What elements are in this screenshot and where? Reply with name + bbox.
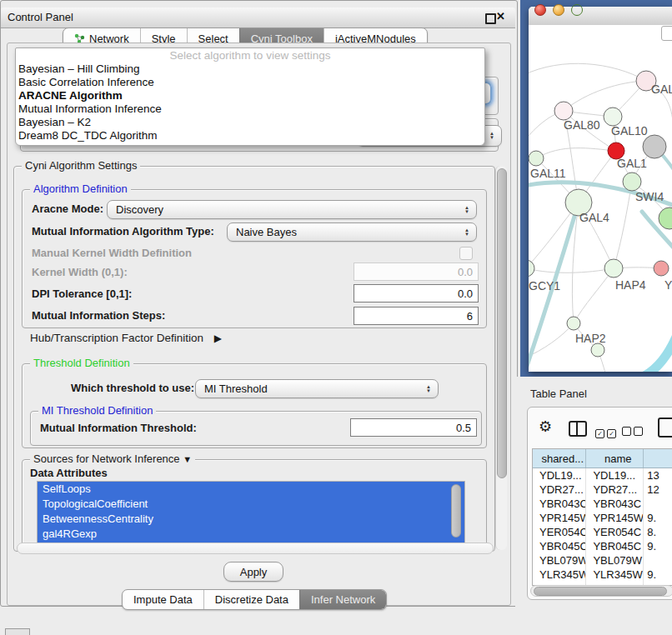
attribute-table[interactable]: shared... name YDL19...YDL19...13 YDR27.… bbox=[532, 448, 672, 586]
aracne-mode-label: Aracne Mode: bbox=[32, 202, 103, 215]
algorithm-option-selected[interactable]: ARACNE Algorithm bbox=[16, 89, 484, 102]
node-label: HAP4 bbox=[615, 278, 646, 292]
dpi-tolerance-label: DPI Tolerance [0,1]: bbox=[32, 288, 132, 300]
combo-arrows-icon: ▲▼ bbox=[464, 206, 469, 214]
screen: Control Panel ✕ Network Style Select Cyn… bbox=[0, 0, 672, 635]
minimize-traffic-light-icon[interactable] bbox=[553, 4, 564, 16]
settings-group-title: Cyni Algorithm Settings bbox=[22, 159, 140, 172]
network-canvas[interactable]: GAL GAL80 GAL10 GAL1 GAL11 SWI4 GAL4 GCY… bbox=[529, 25, 672, 372]
node-label: GAL11 bbox=[530, 167, 566, 180]
gear-icon[interactable]: ⚙ bbox=[539, 418, 552, 436]
mi-threshold-definition-title: MI Threshold Definition bbox=[38, 404, 156, 417]
data-attributes-list[interactable]: SelfLoops TopologicalCoefficient Between… bbox=[37, 481, 465, 544]
close-icon[interactable]: ✕ bbox=[496, 10, 505, 22]
algorithm-option[interactable]: Dream8 DC_TDC Algorithm bbox=[16, 129, 484, 142]
expand-arrow-icon[interactable]: ▼ bbox=[183, 454, 192, 464]
node-label: GCY1 bbox=[529, 279, 560, 292]
algorithm-dropdown-popup: Select algorithm to view settings Bayesi… bbox=[15, 48, 485, 146]
dropdown-placeholder: Select algorithm to view settings bbox=[16, 48, 484, 62]
threshold-definition-title: Threshold Definition bbox=[30, 357, 133, 369]
aracne-mode-combobox[interactable]: Discovery ▲▼ bbox=[107, 200, 477, 219]
mi-steps-field[interactable]: 6 bbox=[354, 307, 479, 325]
manual-kernel-width-checkbox[interactable] bbox=[459, 247, 473, 260]
collapse-arrow-icon[interactable]: ▶ bbox=[214, 332, 222, 344]
which-threshold-label: Which threshold to use: bbox=[71, 382, 194, 394]
column-header[interactable]: shared... bbox=[533, 449, 585, 468]
zoom-traffic-light-icon[interactable] bbox=[571, 4, 583, 16]
tab-discretize-data[interactable]: Discretize Data bbox=[203, 590, 299, 609]
algorithm-option[interactable]: Mutual Information Inference bbox=[16, 102, 484, 116]
column-header[interactable]: name bbox=[585, 449, 643, 468]
cyni-bottom-tabbar: Impute Data Discretize Data Infer Networ… bbox=[122, 589, 387, 610]
settings-vertical-scrollbar[interactable] bbox=[495, 166, 507, 550]
float-window-icon[interactable] bbox=[485, 13, 496, 24]
control-panel-title: Control Panel bbox=[8, 11, 73, 23]
kernel-width-label: Kernel Width (0,1): bbox=[32, 266, 128, 278]
attribute-list-scrollbar-thumb[interactable] bbox=[451, 484, 461, 538]
collapsed-panel-button[interactable] bbox=[5, 628, 30, 635]
mi-steps-label: Mutual Information Steps: bbox=[32, 309, 165, 322]
manual-kernel-width-label: Manual Kernel Width Definition bbox=[32, 247, 192, 259]
node-label: Y bbox=[664, 278, 672, 292]
node-label: GAL1 bbox=[617, 157, 647, 170]
close-traffic-light-icon[interactable] bbox=[534, 4, 546, 16]
table-row[interactable]: YPR145WYPR145W9. bbox=[533, 511, 672, 525]
table-row[interactable]: YBR045CYBR045C9. bbox=[533, 539, 672, 553]
table-row[interactable]: YBR043CYBR043C bbox=[533, 497, 672, 511]
node-label: SWI4 bbox=[635, 190, 664, 203]
mi-threshold-label: Mutual Information Threshold: bbox=[40, 422, 197, 434]
table-row[interactable]: YER054CYER054C8. bbox=[533, 525, 672, 539]
table-row[interactable]: YDL19...YDL19...13 bbox=[533, 468, 672, 482]
sources-title[interactable]: Sources for Network Inference ▼ bbox=[30, 452, 195, 465]
mi-threshold-field[interactable]: 0.5 bbox=[350, 418, 477, 437]
column-header[interactable] bbox=[643, 449, 672, 468]
combo-arrows-icon: ▲▼ bbox=[426, 385, 431, 393]
attribute-item[interactable]: TopologicalCoefficient bbox=[38, 497, 464, 512]
node-label: GAL10 bbox=[611, 124, 648, 138]
algorithm-definition-title: Algorithm Definition bbox=[30, 182, 131, 195]
table-function-icon[interactable] bbox=[658, 418, 672, 438]
table-row[interactable]: YDR27...YDR27...12 bbox=[533, 482, 672, 497]
node-label: HAP2 bbox=[575, 332, 606, 345]
network-window-titlebar[interactable] bbox=[529, 7, 672, 26]
mi-algorithm-type-combobox[interactable]: Naive Bayes ▲▼ bbox=[227, 222, 477, 242]
dpi-tolerance-field[interactable]: 0.0 bbox=[354, 284, 479, 302]
kernel-width-field[interactable]: 0.0 bbox=[354, 262, 479, 281]
attribute-item[interactable]: gal4RGexp bbox=[38, 527, 464, 542]
which-threshold-combobox[interactable]: MI Threshold ▲▼ bbox=[195, 379, 439, 398]
algorithm-option[interactable]: Basic Correlation Inference bbox=[16, 76, 484, 89]
select-all-columns-icon[interactable]: ✓✓ bbox=[595, 424, 616, 439]
algorithm-option[interactable]: Bayesian – Hill Climbing bbox=[16, 62, 484, 76]
algorithm-option[interactable]: Bayesian – K2 bbox=[16, 116, 484, 129]
node-label: GAL4 bbox=[579, 211, 609, 224]
canvas-scrollbar-button[interactable] bbox=[661, 26, 672, 41]
table-row[interactable]: YBL079WYBL079W bbox=[533, 553, 672, 568]
node-label: GAL bbox=[651, 82, 672, 96]
deselect-all-columns-icon[interactable] bbox=[622, 424, 643, 439]
hub-transcription-section[interactable]: Hub/Transcription Factor Definition ▶ bbox=[30, 332, 222, 344]
node-label: GAL80 bbox=[564, 118, 600, 132]
control-panel-titlebar[interactable] bbox=[1, 8, 515, 28]
split-columns-icon[interactable] bbox=[569, 421, 587, 437]
data-attributes-label: Data Attributes bbox=[30, 467, 108, 479]
table-header-row: shared... name bbox=[533, 449, 672, 468]
attribute-item[interactable]: BetweennessCentrality bbox=[38, 512, 464, 527]
scrollbar-thumb[interactable] bbox=[534, 587, 667, 596]
settings-horizontal-scrollbar[interactable] bbox=[17, 542, 494, 554]
scrollbar-thumb[interactable] bbox=[497, 168, 507, 478]
combo-arrows-icon: ▲▼ bbox=[464, 228, 469, 237]
table-horizontal-scrollbar[interactable] bbox=[530, 585, 672, 597]
apply-button[interactable]: Apply bbox=[223, 562, 283, 582]
table-panel-title: Table Panel bbox=[530, 388, 587, 400]
tab-infer-network[interactable]: Infer Network bbox=[299, 590, 386, 609]
tab-impute-data[interactable]: Impute Data bbox=[123, 590, 203, 609]
attribute-item[interactable]: SelfLoops bbox=[38, 482, 464, 497]
mi-algorithm-type-label: Mutual Information Algorithm Type: bbox=[32, 225, 214, 238]
table-row[interactable]: YLR345WYLR345W9. bbox=[533, 568, 672, 582]
